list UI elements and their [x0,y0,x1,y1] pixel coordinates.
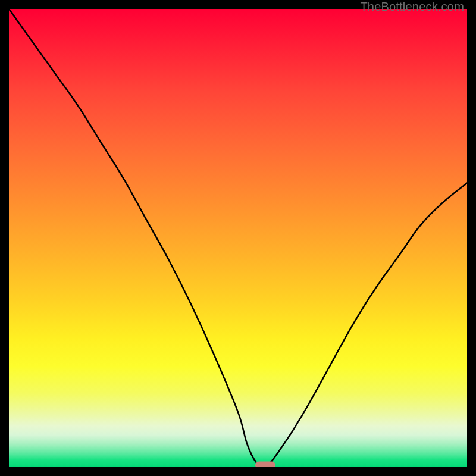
plot-area [9,9,467,467]
minimum-marker [255,462,275,468]
chart-frame: TheBottleneck.com [0,0,476,476]
watermark-text: TheBottleneck.com [360,0,464,14]
bottleneck-curve [9,9,467,467]
